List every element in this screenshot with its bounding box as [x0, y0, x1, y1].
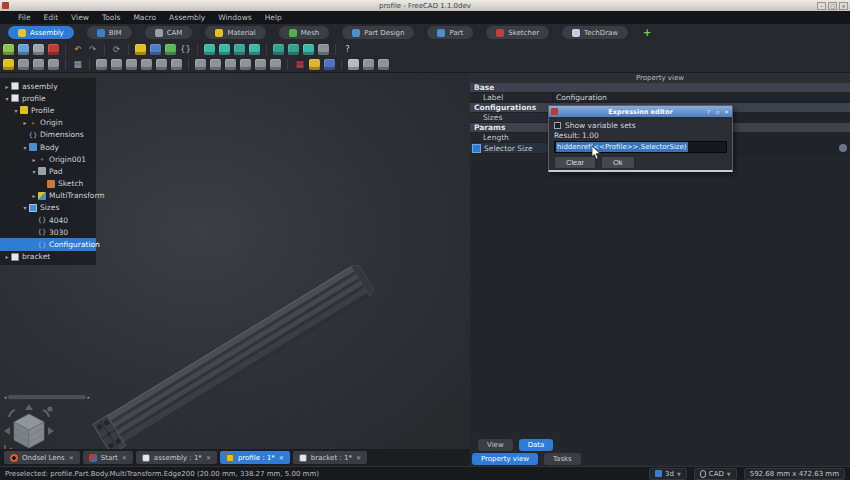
chamfer-icon[interactable] [225, 59, 236, 70]
menu-edit[interactable]: Edit [44, 13, 59, 22]
workbench-tab-techdraw[interactable]: TechDraw [562, 26, 628, 39]
menu-tools[interactable]: Tools [102, 13, 120, 22]
close-tab-icon[interactable]: ✕ [356, 454, 361, 461]
tree-item-profile-part[interactable]: Profile [0, 104, 96, 116]
thickness-icon[interactable] [255, 59, 266, 70]
boolean-union-icon[interactable] [171, 59, 182, 70]
tree-item-assembly[interactable]: assembly [0, 80, 96, 92]
fixed-joint-icon[interactable] [219, 44, 230, 55]
solid-torus-icon[interactable] [156, 59, 167, 70]
undo-icon[interactable]: ↶ [72, 44, 83, 55]
dialog-help-button[interactable]: ? [705, 109, 712, 115]
menu-view[interactable]: View [71, 13, 89, 22]
ok-button[interactable]: Ok [601, 156, 635, 169]
tab-view[interactable]: View [478, 439, 513, 451]
tree-item-origin001[interactable]: ⌖Origin001 [0, 153, 96, 165]
tab-property-view[interactable]: Property view [472, 453, 538, 465]
navigation-style-selector[interactable]: CAD▼ [694, 468, 737, 480]
tree-item-3030[interactable]: {}3030 [0, 226, 96, 238]
fillet-icon[interactable] [210, 59, 221, 70]
tree-item-pad[interactable]: Pad [0, 165, 96, 177]
property-group-base[interactable]: Base [470, 83, 850, 93]
tab-ondsel-lens[interactable]: Ondsel Lens✕ [4, 451, 80, 464]
new-document-icon[interactable] [3, 44, 14, 55]
close-tab-icon[interactable]: ✕ [279, 454, 284, 461]
workbench-tab-mesh[interactable]: Mesh [279, 26, 329, 39]
insert-body-icon[interactable] [33, 59, 44, 70]
variable-set-icon[interactable] [3, 59, 14, 70]
revolute-joint-icon[interactable] [234, 44, 245, 55]
spreadsheet-icon[interactable]: ▦ [294, 59, 305, 70]
tree-item-configuration[interactable]: {}Configuration [0, 238, 96, 250]
transform-icon[interactable] [270, 59, 281, 70]
close-document-icon[interactable] [48, 44, 59, 55]
box-element-selection-icon[interactable] [150, 44, 161, 55]
workbench-tab-sketcher[interactable]: Sketcher [486, 26, 549, 39]
menu-assembly[interactable]: Assembly [169, 13, 205, 22]
close-tab-icon[interactable]: ✕ [206, 454, 211, 461]
draft-icon[interactable] [240, 59, 251, 70]
tree-item-multitransform[interactable]: MultiTransform [0, 190, 96, 202]
tree-item-dimensions[interactable]: {}Dimensions [0, 129, 96, 141]
clipboard-icon[interactable] [348, 59, 359, 70]
workbench-tab-bim[interactable]: BIM [87, 26, 132, 39]
workbench-tab-cam[interactable]: CAM [145, 26, 193, 39]
menu-file[interactable]: File [18, 13, 31, 22]
tab-data[interactable]: Data [519, 439, 554, 451]
dialog-title-bar[interactable]: Expression editor ? ▫ ✕ [549, 106, 732, 117]
solid-cone-icon[interactable] [141, 59, 152, 70]
filter-icon[interactable] [309, 59, 320, 70]
expression-input[interactable]: hiddenref(<<Profile>>.SelectorSize) [554, 141, 727, 153]
grid-toggle-icon[interactable] [378, 59, 389, 70]
tree-item-origin[interactable]: ⌖Origin [0, 117, 96, 129]
bill-of-materials-icon[interactable] [288, 44, 299, 55]
tab-tasks[interactable]: Tasks [544, 453, 581, 465]
render-mode-selector[interactable]: 3d▼ [649, 468, 687, 480]
tree-horizontal-scrollbar[interactable]: ◂▸ [3, 394, 91, 400]
tab-profile[interactable]: profile : 1*✕ [220, 451, 290, 464]
tree-item-profile[interactable]: profile [0, 92, 96, 104]
grounded-joint-icon[interactable] [303, 44, 314, 55]
add-workbench-button[interactable]: + [643, 27, 651, 38]
create-joint-icon[interactable] [204, 44, 215, 55]
insert-part-icon[interactable] [18, 59, 29, 70]
expression-editor-button[interactable] [839, 144, 847, 152]
tree-item-bracket[interactable]: bracket [0, 251, 96, 263]
whats-this-icon[interactable]: ? [342, 44, 353, 55]
refresh-icon[interactable]: ⟳ [111, 44, 122, 55]
open-document-icon[interactable] [18, 44, 29, 55]
tree-item-body[interactable]: Body [0, 141, 96, 153]
property-row-label[interactable]: Label Configuration [470, 93, 850, 103]
workbench-tab-part-design[interactable]: Part Design [342, 26, 414, 39]
close-tab-icon[interactable]: ✕ [122, 454, 127, 461]
solid-cylinder-icon[interactable] [111, 59, 122, 70]
tree-item-sketch[interactable]: Sketch [0, 178, 96, 190]
expression-editor-icon[interactable]: {} [180, 44, 191, 55]
defeaturing-icon[interactable] [324, 59, 335, 70]
show-variable-sets-checkbox[interactable] [554, 122, 561, 129]
insert-group-icon[interactable] [48, 59, 59, 70]
menu-macro[interactable]: Macro [133, 13, 156, 22]
mirror-icon[interactable] [195, 59, 206, 70]
tree-item-4040[interactable]: {}4040 [0, 214, 96, 226]
save-document-icon[interactable] [33, 44, 44, 55]
assembly-solve-icon[interactable] [249, 44, 260, 55]
edit-appearance-icon[interactable] [135, 44, 146, 55]
menu-help[interactable]: Help [265, 13, 282, 22]
parts-table-icon[interactable]: ▦ [72, 59, 83, 70]
dialog-restore-button[interactable]: ▫ [714, 109, 721, 115]
dialog-close-button[interactable]: ✕ [723, 109, 730, 115]
preferences-icon[interactable] [363, 59, 374, 70]
solid-box-icon[interactable] [96, 59, 107, 70]
measure-icon[interactable] [165, 44, 176, 55]
tab-bracket[interactable]: bracket : 1*✕ [293, 451, 367, 464]
tree-item-sizes[interactable]: Sizes [0, 202, 96, 214]
close-tab-icon[interactable]: ✕ [69, 454, 74, 461]
redo-icon[interactable]: ↷ [87, 44, 98, 55]
menu-windows[interactable]: Windows [218, 13, 251, 22]
exploded-view-icon[interactable] [273, 44, 284, 55]
tab-start[interactable]: Start✕ [83, 451, 133, 464]
workbench-tab-assembly[interactable]: Assembly [8, 26, 74, 39]
clear-button[interactable]: Clear [554, 156, 596, 169]
toggle-grounded-icon[interactable] [318, 44, 329, 55]
